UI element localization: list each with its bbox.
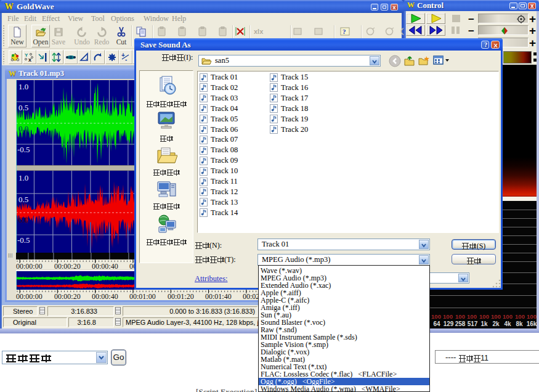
svg-text:0.0: 0.0 xyxy=(18,124,28,133)
svg-text:1.0: 1.0 xyxy=(18,173,28,182)
svg-text:1.0: 1.0 xyxy=(18,82,28,91)
svg-text:0.5: 0.5 xyxy=(18,103,28,112)
svg-text:0.5: 0.5 xyxy=(18,195,28,204)
svg-text:xlx: xlx xyxy=(254,28,264,35)
svg-text:?: ? xyxy=(342,28,346,35)
svg-text:-0.5: -0.5 xyxy=(17,145,30,154)
svg-text:-0.5: -0.5 xyxy=(17,235,30,245)
svg-text:0.0: 0.0 xyxy=(18,215,28,224)
svg-text:x: x xyxy=(28,57,31,63)
